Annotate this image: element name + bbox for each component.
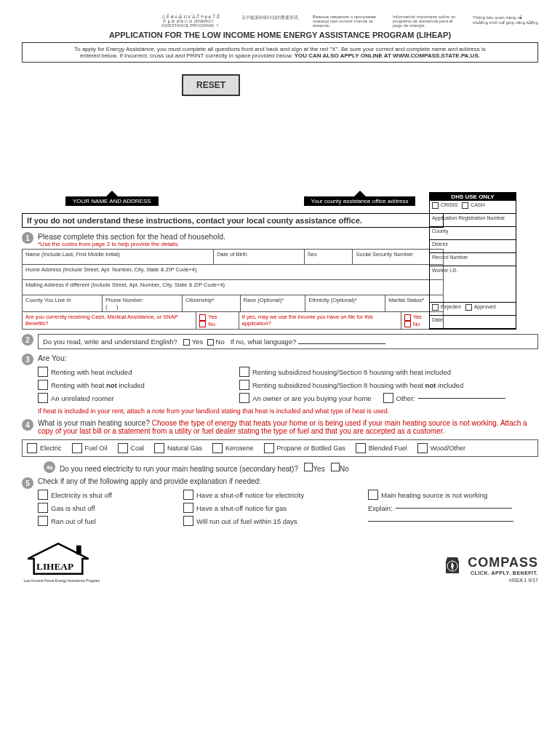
label-other: Other: — [396, 394, 415, 402]
section-number-5: 5 — [22, 477, 33, 489]
lang-spanish: Información importante sobre un programa… — [393, 15, 458, 28]
field-sex[interactable]: Sex — [305, 250, 353, 264]
section-number-3: 3 — [22, 354, 33, 365]
checkbox-elec-notice[interactable] — [183, 490, 193, 500]
compass-tagline: CLICK. APPLY. BENEFIT. — [468, 570, 538, 575]
checkbox-other-housing[interactable] — [383, 393, 393, 403]
checkbox-snap-no[interactable] — [199, 321, 206, 327]
checkbox-propane[interactable] — [264, 443, 274, 453]
checkbox-subsidized-heat-not-incl[interactable] — [239, 380, 249, 390]
field-name[interactable]: Name (Include Last, First Middle Initial… — [23, 250, 214, 264]
label-rejected: Rejected — [441, 304, 461, 309]
notice-bar: If you do not understand these instructi… — [22, 213, 444, 228]
q4-text: What is your main heating source? — [38, 419, 152, 427]
checkbox-unrelated-roomer[interactable] — [38, 393, 48, 403]
dhs-use-only-box: DHS USE ONLY CRISIS CASH Application Reg… — [429, 192, 516, 330]
checkbox-natural-gas[interactable] — [154, 443, 164, 453]
dhs-county: County — [430, 227, 516, 240]
label-subsidized-heat-incl: Renting subsidized housing/Section 8 hou… — [252, 368, 451, 376]
instructions-box: To apply for Energy Assistance, you must… — [22, 42, 538, 63]
checkbox-owner[interactable] — [239, 393, 249, 403]
svg-text:LIHEAP: LIHEAP — [36, 561, 73, 572]
field-race[interactable]: Race (Optional)* — [241, 295, 306, 311]
label-secondary-yes: Yes — [313, 465, 324, 473]
checkbox-electric[interactable] — [27, 443, 37, 453]
label-owner: An owner or are you buying your home — [252, 394, 372, 402]
field-county[interactable]: County You Live In — [23, 295, 103, 311]
checkbox-english-yes[interactable] — [183, 339, 190, 346]
checkbox-rent-heat-not-incl[interactable] — [38, 380, 48, 390]
reset-button[interactable]: RESET — [182, 74, 240, 96]
section-number-2: 2 — [22, 334, 33, 346]
field-language[interactable] — [298, 343, 385, 344]
field-phone[interactable]: Phone Number:( ) — [103, 295, 183, 311]
checkbox-fuel-oil[interactable] — [72, 443, 82, 453]
checkbox-snap-yes[interactable] — [199, 314, 206, 321]
field-citizenship[interactable]: Citizenship* — [183, 295, 241, 311]
checkbox-will-run-out[interactable] — [183, 516, 193, 526]
checkbox-crisis[interactable] — [432, 202, 439, 209]
q5-text: Check if any of the following apply and … — [38, 477, 538, 485]
label-rent-heat-incl: Renting with heat included — [51, 368, 132, 376]
q4a-text: Do you need electricity to run your main… — [60, 465, 298, 473]
checkbox-kerosene[interactable] — [212, 443, 223, 453]
section-number-1: 1 — [22, 232, 33, 244]
compass-logo: COMPASS CLICK. APPLY. BENEFIT. HSEA 1 9/… — [441, 554, 538, 583]
label-english-yes: Yes — [192, 338, 204, 346]
label-approved: Approved — [474, 304, 496, 309]
q2-text: Do you read, write and understand Englis… — [43, 338, 177, 346]
dhs-worker: Worker I.D. — [430, 266, 516, 303]
checkbox-subsidized-heat-incl[interactable] — [239, 367, 249, 377]
field-other-housing[interactable] — [418, 398, 505, 399]
dhs-district: District — [430, 240, 516, 253]
checkbox-cash[interactable] — [462, 202, 468, 209]
checkbox-secondary-no[interactable] — [331, 463, 340, 471]
lang-russian: Важные сведения о программе помощи при о… — [313, 15, 378, 28]
checkbox-elec-shutoff[interactable] — [38, 490, 48, 500]
q3-text: Are You: — [38, 354, 538, 362]
label-income-yes: Yes — [413, 314, 422, 320]
checkbox-income-yes[interactable] — [404, 314, 411, 321]
lang-vietnamese: Thông báo quan trọng về chương trình trợ… — [473, 15, 538, 28]
s3-note: If heat is included in your rent, attach… — [38, 407, 538, 415]
arrow-county-office: Your county assistance office address — [304, 196, 416, 206]
label-snap-no: No — [208, 321, 215, 327]
checkbox-out-of-fuel[interactable] — [38, 516, 48, 526]
label-unrelated-roomer: An unrelated roomer — [51, 394, 114, 402]
label-crisis: CRISIS — [441, 202, 457, 207]
checkbox-approved[interactable] — [465, 304, 472, 311]
lang-chinese: 关于能源补助计划的重要资讯 — [241, 15, 298, 28]
checkbox-gas-notice[interactable] — [183, 503, 193, 513]
field-home-address[interactable]: Home Address (Include Street, Apt. Numbe… — [23, 265, 443, 279]
field-explain-1[interactable] — [396, 508, 512, 509]
liheap-subtitle: Low-Income Home Energy Assistance Progra… — [22, 578, 102, 583]
checkbox-blended-fuel[interactable] — [356, 443, 366, 453]
lang-khmer: ពត៌មានសំខាន់អំពីកម្មវិធីជំនួយថាមពល (ENER… — [161, 15, 227, 28]
question-use-income: If yes, may we use the income you have o… — [239, 312, 401, 329]
checkbox-english-no[interactable] — [207, 339, 214, 346]
instructions-line2: entered below. If incorrect, cross out a… — [80, 52, 295, 59]
checkbox-wood-other[interactable] — [417, 443, 428, 453]
s1-hint: *Use the codes from page 2 to help provi… — [38, 241, 444, 247]
field-mailing-address[interactable]: Mailing Address if different (Include St… — [23, 280, 443, 295]
q2-ifno: If no, what language? — [231, 338, 297, 346]
field-explain-2[interactable] — [368, 521, 513, 522]
label-explain: Explain: — [368, 504, 393, 512]
dhs-date: Date — [430, 316, 516, 329]
field-ethnicity[interactable]: Ethnicity (Optional)* — [305, 295, 385, 311]
field-dob[interactable]: Date of Birth — [214, 250, 305, 264]
form-id: HSEA 1 9/17 — [441, 578, 538, 583]
checkbox-rejected[interactable] — [432, 304, 439, 311]
label-english-no: No — [216, 338, 225, 346]
checkbox-coal[interactable] — [118, 443, 128, 453]
checkbox-heat-not-working[interactable] — [368, 490, 378, 500]
checkbox-gas-shutoff[interactable] — [38, 503, 48, 513]
svg-rect-0 — [76, 546, 81, 555]
checkbox-income-no[interactable] — [404, 321, 411, 327]
heating-source-options: Electric Fuel Oil Coal Natural Gas Keros… — [22, 439, 538, 457]
checkbox-secondary-yes[interactable] — [304, 463, 313, 471]
label-cash: CASH — [471, 202, 484, 207]
instructions-line1: To apply for Energy Assistance, you must… — [74, 46, 486, 52]
checkbox-rent-heat-incl[interactable] — [38, 367, 48, 377]
language-notices: ពត៌មានសំខាន់អំពីកម្មវិធីជំនួយថាមពល (ENER… — [22, 15, 538, 28]
